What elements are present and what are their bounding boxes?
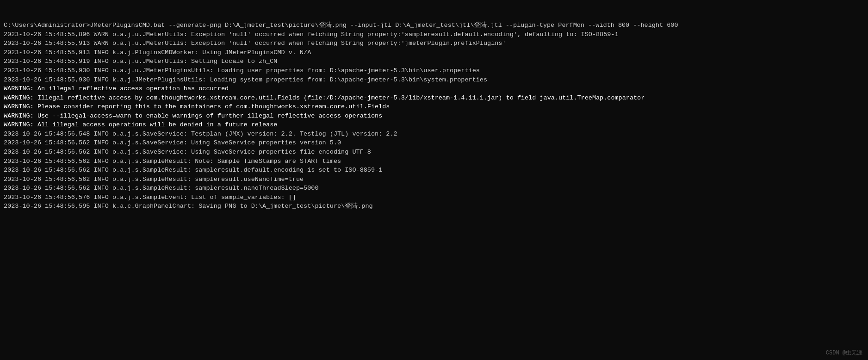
- terminal-line: WARNING: All illegal access operations w…: [4, 120, 864, 130]
- terminal-line: 2023-10-26 15:48:56,562 INFO o.a.j.s.Sav…: [4, 138, 864, 148]
- terminal-line: WARNING: Please consider reporting this …: [4, 102, 864, 112]
- terminal-line: WARNING: An illegal reflective access op…: [4, 84, 864, 93]
- terminal-line: 2023-10-26 15:48:56,548 INFO o.a.j.s.Sav…: [4, 130, 864, 139]
- terminal-line: 2023-10-26 15:48:56,595 INFO k.a.c.Graph…: [4, 202, 864, 211]
- terminal-line: 2023-10-26 15:48:55,896 WARN o.a.j.u.JMe…: [4, 30, 864, 39]
- watermark: CSDN @虫无涯: [826, 349, 862, 357]
- terminal-line: 2023-10-26 15:48:55,930 INFO k.a.j.JMete…: [4, 75, 864, 85]
- terminal-line: 2023-10-26 15:48:55,919 INFO o.a.j.u.JMe…: [4, 57, 864, 66]
- terminal-line: C:\Users\Administrator>JMeterPluginsCMD.…: [4, 21, 864, 30]
- terminal-line: 2023-10-26 15:48:56,562 INFO o.a.j.s.Sam…: [4, 157, 864, 166]
- terminal-line: 2023-10-26 15:48:55,913 INFO k.a.j.Plugi…: [4, 48, 864, 57]
- terminal-content: C:\Users\Administrator>JMeterPluginsCMD.…: [4, 3, 864, 211]
- terminal-line: 2023-10-26 15:48:56,576 INFO o.a.j.s.Sam…: [4, 193, 864, 202]
- terminal-line: 2023-10-26 15:48:56,562 INFO o.a.j.s.Sav…: [4, 148, 864, 157]
- terminal-line: 2023-10-26 15:48:56,562 INFO o.a.j.s.Sam…: [4, 184, 864, 193]
- terminal-line: 2023-10-26 15:48:55,913 WARN o.a.j.u.JMe…: [4, 39, 864, 48]
- terminal-line: WARNING: Illegal reflective access by co…: [4, 93, 864, 103]
- terminal-line: 2023-10-26 15:48:56,562 INFO o.a.j.s.Sam…: [4, 175, 864, 184]
- terminal-line: WARNING: Use --illegal-access=warn to en…: [4, 112, 864, 121]
- terminal-line: 2023-10-26 15:48:56,562 INFO o.a.j.s.Sam…: [4, 166, 864, 175]
- terminal-window: C:\Users\Administrator>JMeterPluginsCMD.…: [0, 0, 868, 360]
- terminal-line: 2023-10-26 15:48:55,930 INFO o.a.j.u.JMe…: [4, 66, 864, 75]
